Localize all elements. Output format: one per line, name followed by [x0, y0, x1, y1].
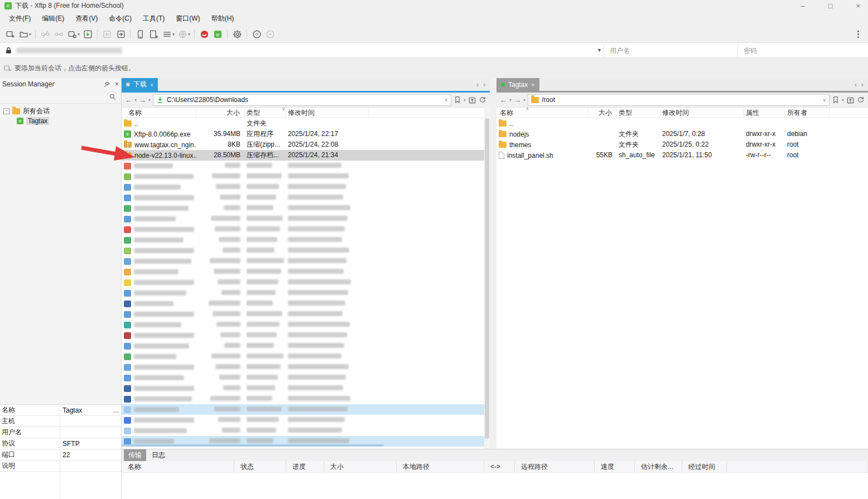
open-containing-folder-icon[interactable] [468, 96, 476, 104]
close-button[interactable]: × [856, 2, 860, 10]
redacted-file-row[interactable] [122, 203, 490, 214]
transfer-column-header-10[interactable]: 经过时间 [682, 461, 727, 473]
redacted-file-row[interactable] [122, 330, 490, 341]
redacted-file-row[interactable] [122, 362, 490, 372]
session-properties-icon-dropdown[interactable]: ▾ [78, 32, 80, 37]
file-row[interactable]: www.tagtax.cn_ngin...8KB压缩(zipp...2025/1… [122, 139, 490, 150]
settings-gear-icon[interactable] [230, 27, 244, 41]
help-icon[interactable]: ? [250, 27, 263, 41]
column-header-4[interactable]: 修改时间 [660, 108, 744, 118]
redacted-file-row[interactable] [122, 319, 490, 330]
redacted-file-row[interactable] [122, 351, 490, 362]
forward-dropdown-icon[interactable]: ▾ [523, 98, 525, 103]
new-window-icon[interactable] [147, 27, 160, 41]
transfer-column-header-7[interactable]: 远程路径 [515, 461, 595, 473]
file-row[interactable]: .. [496, 118, 868, 129]
redacted-file-row[interactable] [122, 235, 490, 245]
local-tab[interactable]: 下载 × [122, 78, 158, 91]
column-header-3[interactable]: 类型 [244, 108, 286, 118]
file-row[interactable]: ..文件夹 [122, 118, 490, 129]
tab-transfer[interactable]: 传输 [124, 449, 146, 461]
property-value[interactable]: SFTP [60, 440, 111, 448]
tree-item-all-sessions[interactable]: − 所有会话 [0, 106, 121, 116]
pin-icon[interactable] [103, 81, 110, 88]
username-input[interactable] [604, 44, 738, 57]
column-header-2[interactable]: 大小 [589, 108, 616, 118]
remote-tab[interactable]: Tagtax × [496, 78, 539, 91]
close-panel-icon[interactable]: × [115, 80, 119, 88]
back-dropdown-icon[interactable]: ▾ [134, 98, 137, 103]
session-search[interactable] [0, 90, 121, 104]
back-icon[interactable]: ← [500, 96, 507, 104]
column-header-4[interactable]: 修改时间 [286, 108, 369, 118]
redacted-file-row[interactable] [122, 372, 490, 383]
column-header-6[interactable]: 所有者 [785, 108, 830, 118]
column-header-2[interactable]: 大小 [196, 108, 244, 118]
redacted-file-row[interactable] [122, 214, 490, 224]
maximize-button[interactable]: □ [828, 2, 833, 10]
tree-expander-icon[interactable]: − [3, 108, 9, 114]
bookmark-dropdown-icon[interactable]: ▾ [842, 98, 844, 103]
menu-item-help[interactable]: 帮助(H) [206, 12, 240, 26]
more-button[interactable]: ... [111, 406, 121, 414]
tree-item-session-tagtax[interactable]: e Tagtax [0, 116, 121, 126]
view-list-icon[interactable] [160, 27, 173, 41]
property-value[interactable]: 22 [60, 451, 111, 459]
minimize-button[interactable]: – [801, 2, 804, 10]
file-row[interactable]: node-v22.13.0-linux...28.50MB压缩存档...2025… [122, 150, 490, 161]
property-value[interactable]: Tagtax [60, 406, 111, 414]
remote-path-box[interactable]: /root ∨ [528, 94, 830, 106]
transfer-column-header-6[interactable]: <-> [484, 461, 515, 473]
xftp-icon[interactable]: e [211, 27, 224, 41]
tab-scroll-right-icon[interactable]: › [483, 81, 485, 89]
file-row[interactable]: nodejs文件夹2025/1/7, 0:28drwxr-xr-xdebian [496, 129, 868, 139]
redacted-file-row[interactable] [122, 298, 490, 309]
back-dropdown-icon[interactable]: ▾ [509, 98, 512, 103]
refresh-icon[interactable] [857, 96, 865, 104]
transfer-column-header-4[interactable]: 大小 [324, 461, 397, 473]
redacted-file-row[interactable] [122, 341, 490, 351]
file-row[interactable]: eXftp-8.0.0066p.exe35.94MB应用程序2025/1/24,… [122, 129, 490, 139]
bookmark-dropdown-icon[interactable]: ▾ [464, 98, 466, 103]
scrollbar-thumb[interactable] [485, 118, 489, 439]
bookmark-icon[interactable] [454, 96, 461, 104]
open-folder-icon[interactable] [17, 27, 30, 41]
redacted-file-row[interactable] [122, 404, 490, 415]
redacted-file-row[interactable] [122, 182, 490, 192]
forward-icon[interactable]: → [139, 96, 146, 104]
redacted-file-row[interactable] [122, 394, 490, 404]
redacted-file-row[interactable] [122, 224, 490, 235]
session-address-redacted[interactable] [16, 47, 122, 54]
xshell-icon[interactable] [197, 27, 211, 41]
local-path-box[interactable]: C:\Users\22805\Downloads ∨ [153, 94, 451, 106]
tab-scroll-left-icon[interactable]: ‹ [476, 81, 479, 89]
open-folder-icon-dropdown[interactable]: ▾ [29, 32, 31, 37]
redacted-file-row[interactable] [122, 171, 490, 182]
tab-close-icon[interactable]: × [531, 81, 534, 88]
more-icon[interactable] [851, 27, 865, 41]
file-row[interactable]: themes文件夹2025/1/25, 0:22drwxr-xr-xroot [496, 139, 868, 150]
transfer-right-icon[interactable] [114, 27, 127, 41]
back-icon[interactable]: ← [125, 96, 132, 104]
file-row[interactable]: install_panel.sh55KBsh_auto_file2025/1/2… [496, 150, 868, 161]
open-containing-folder-icon[interactable] [846, 96, 855, 104]
redacted-file-row[interactable] [122, 277, 490, 288]
transfer-column-header-5[interactable]: 本地路径 [397, 461, 484, 473]
column-header-5[interactable]: 属性 [744, 108, 785, 118]
redacted-file-row[interactable] [122, 192, 490, 203]
run-icon[interactable] [81, 27, 94, 41]
tab-close-icon[interactable]: × [150, 81, 153, 88]
device-icon[interactable] [133, 27, 147, 41]
redacted-file-row[interactable] [122, 267, 490, 277]
tab-scroll-left-icon[interactable]: ‹ [855, 81, 857, 89]
password-input[interactable] [737, 44, 867, 57]
forward-dropdown-icon[interactable]: ▾ [148, 98, 151, 103]
column-header-1[interactable]: 名称 [496, 108, 589, 118]
menu-item-window[interactable]: 窗口(W) [170, 12, 205, 26]
redacted-file-row[interactable] [122, 256, 490, 267]
transfer-column-header-2[interactable]: 状态 [234, 461, 286, 473]
session-properties-icon[interactable] [65, 27, 79, 41]
column-header-1[interactable]: 名称 [122, 108, 196, 118]
redacted-file-row[interactable] [122, 383, 490, 394]
encoding-globe-icon-dropdown[interactable]: ▾ [188, 32, 190, 37]
